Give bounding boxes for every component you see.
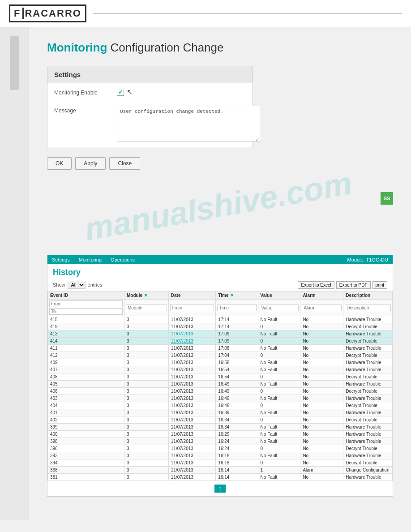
cell-date[interactable]: 11/07/2013 bbox=[168, 330, 216, 338]
filter-id-from[interactable] bbox=[49, 300, 123, 307]
table-row: 396 3 11/07/2013 16:24 0 No Decrypt Trou… bbox=[48, 445, 393, 452]
cell-value: 0 bbox=[258, 388, 300, 395]
print-button[interactable]: print bbox=[372, 281, 387, 289]
table-row: 413 3 11/07/2013 17:09 No Fault No Hardw… bbox=[48, 330, 393, 338]
cell-description: Hardware Trouble bbox=[343, 409, 393, 416]
history-nav: Settings Monitoring Operations Module: T… bbox=[47, 255, 393, 264]
cell-module: 3 bbox=[124, 338, 169, 345]
cell-time: 16:29 bbox=[216, 431, 258, 438]
cell-date: 11/07/2013 bbox=[168, 381, 216, 388]
cell-value: No Fault bbox=[258, 381, 300, 388]
cell-alarm: No bbox=[300, 388, 343, 395]
settings-panel: Settings Monitoring Enable ↖ Message Use… bbox=[47, 66, 253, 148]
cell-date: 11/07/2013 bbox=[168, 452, 216, 459]
table-row: 402 3 11/07/2013 16:34 0 No Decrypt Trou… bbox=[48, 416, 393, 424]
filter-id-to[interactable] bbox=[49, 308, 123, 315]
cell-date[interactable]: 11/07/2013 bbox=[168, 338, 216, 345]
apply-button[interactable]: Apply bbox=[75, 157, 106, 170]
watermark-area: manuaIshive.com SS bbox=[47, 179, 393, 250]
nav-module: Module: T1OO-DU bbox=[347, 257, 389, 262]
cell-event-id: 407 bbox=[48, 366, 124, 373]
cell-value: 1 bbox=[258, 467, 300, 474]
cell-module: 3 bbox=[124, 445, 169, 452]
cell-event-id: 400 bbox=[48, 431, 124, 438]
logo-f: F bbox=[14, 8, 24, 19]
sidebar bbox=[0, 27, 29, 520]
export-buttons: Export to Excel Export to PDF print bbox=[298, 281, 387, 289]
col-time: Time ▼ bbox=[216, 292, 258, 300]
cell-module: 3 bbox=[124, 359, 169, 366]
cell-date: 11/07/2013 bbox=[168, 438, 216, 445]
cell-module: 3 bbox=[124, 323, 169, 330]
cell-date: 11/07/2013 bbox=[168, 467, 216, 474]
watermark-text: manuaIshive.com bbox=[81, 164, 354, 248]
date-link[interactable]: 11/07/2013 bbox=[171, 339, 193, 343]
ok-button[interactable]: OK bbox=[47, 157, 72, 170]
cell-description: Hardware Trouble bbox=[343, 452, 393, 459]
filter-time[interactable] bbox=[217, 305, 256, 311]
cell-module: 3 bbox=[124, 352, 169, 359]
cell-event-id: 399 bbox=[48, 424, 124, 431]
cell-date: 11/07/2013 bbox=[168, 409, 216, 416]
cell-event-id: 415 bbox=[48, 316, 124, 323]
cell-time: 17:08 bbox=[216, 345, 258, 352]
export-excel-button[interactable]: Export to Excel bbox=[298, 281, 334, 289]
entries-label: entries bbox=[88, 282, 103, 287]
table-row: 405 3 11/07/2013 16:49 No Fault No Hardw… bbox=[48, 381, 393, 388]
cell-time: 16:34 bbox=[216, 416, 258, 424]
table-row: 411 3 11/07/2013 17:08 No Fault No Hardw… bbox=[48, 345, 393, 352]
cell-module: 3 bbox=[124, 330, 169, 338]
cell-event-id: 401 bbox=[48, 409, 124, 416]
message-textarea[interactable]: User configuration change detected. bbox=[117, 106, 260, 142]
cell-event-id: 406 bbox=[48, 388, 124, 395]
nav-settings[interactable]: Settings bbox=[52, 257, 70, 262]
cell-time: 16:24 bbox=[216, 445, 258, 452]
excel-icon[interactable]: SS bbox=[381, 192, 393, 205]
table-row: 393 3 11/07/2013 16:18 No Fault No Hardw… bbox=[48, 452, 393, 459]
cell-time: 17:14 bbox=[216, 323, 258, 330]
close-button[interactable]: Close bbox=[109, 157, 140, 170]
filter-module[interactable] bbox=[126, 305, 167, 311]
export-pdf-button[interactable]: Export to PDF bbox=[336, 281, 371, 289]
cell-alarm: No bbox=[300, 366, 343, 373]
cell-time: 16:46 bbox=[216, 395, 258, 402]
cell-alarm: No bbox=[300, 459, 343, 467]
show-select[interactable]: All 10 25 50 bbox=[68, 281, 86, 289]
cell-value: No Fault bbox=[258, 452, 300, 459]
table-row: 368 3 11/07/2013 16:14 1 Alarm Change Co… bbox=[48, 467, 393, 474]
cell-event-id: 396 bbox=[48, 445, 124, 452]
cell-alarm: No bbox=[300, 409, 343, 416]
page-header: FRACARRO bbox=[0, 0, 411, 27]
message-value: User configuration change detected. bbox=[117, 106, 260, 143]
nav-monitoring[interactable]: Monitoring bbox=[79, 257, 102, 262]
message-label: Message bbox=[54, 106, 117, 114]
cell-description: Hardware Trouble bbox=[343, 345, 393, 352]
table-filter-row bbox=[48, 300, 393, 316]
filter-date-from[interactable] bbox=[170, 305, 214, 311]
col-event-id: Event ID bbox=[48, 292, 124, 300]
table-row: 414 3 11/07/2013 17:09 0 No Decrypt Trou… bbox=[48, 338, 393, 345]
cell-description: Decrypt Trouble bbox=[343, 445, 393, 452]
filter-alarm[interactable] bbox=[302, 305, 342, 311]
cell-value: No Fault bbox=[258, 395, 300, 402]
cell-alarm: No bbox=[300, 330, 343, 338]
sidebar-tab bbox=[10, 36, 19, 90]
cell-value: 0 bbox=[258, 373, 300, 381]
cell-description: Hardware Trouble bbox=[343, 359, 393, 366]
table-row: 394 3 11/07/2013 16:18 0 No Decrypt Trou… bbox=[48, 459, 393, 467]
table-row: 407 3 11/07/2013 16:54 No Fault No Hardw… bbox=[48, 366, 393, 373]
monitoring-enable-row: Monitoring Enable ↖ bbox=[47, 83, 253, 101]
date-link[interactable]: 11/07/2013 bbox=[171, 331, 193, 336]
cell-time: 16:58 bbox=[216, 359, 258, 366]
filter-description[interactable] bbox=[345, 305, 391, 311]
cell-description: Hardware Trouble bbox=[343, 330, 393, 338]
monitoring-enable-checkbox[interactable] bbox=[117, 89, 124, 96]
cell-module: 3 bbox=[124, 316, 169, 323]
nav-operations[interactable]: Operations bbox=[111, 257, 135, 262]
cell-event-id: 414 bbox=[48, 338, 124, 345]
checkbox-container: ↖ bbox=[117, 88, 246, 96]
page-1-button[interactable]: 1 bbox=[214, 485, 225, 493]
filter-value[interactable] bbox=[260, 305, 299, 311]
cell-date: 11/07/2013 bbox=[168, 323, 216, 330]
cell-description: Hardware Trouble bbox=[343, 366, 393, 373]
